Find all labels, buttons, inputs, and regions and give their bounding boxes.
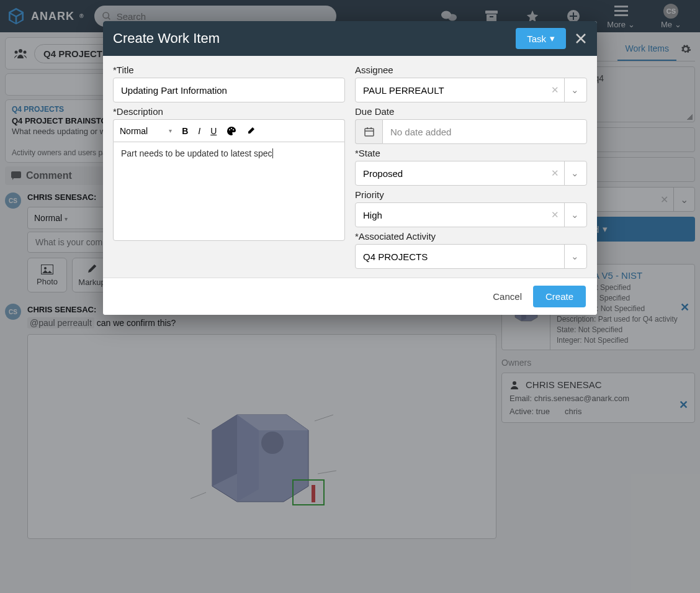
cancel-button[interactable]: Cancel [493, 291, 522, 302]
svg-point-30 [231, 128, 232, 129]
chevron-down-icon[interactable]: ⌄ [564, 203, 579, 227]
create-button[interactable]: Create [533, 286, 586, 307]
modal-overlay[interactable]: Create Work Item Task ▾ *Title *Descript… [0, 0, 700, 593]
clear-icon[interactable]: ✕ [546, 168, 564, 179]
clear-icon[interactable]: ✕ [546, 84, 564, 96]
title-label: *Title [113, 65, 345, 75]
activity-select[interactable]: Q4 PROJECTS ⌄ [355, 244, 587, 269]
description-text: Part needs to be updated to latest spec [121, 148, 272, 158]
create-work-item-modal: Create Work Item Task ▾ *Title *Descript… [103, 21, 597, 315]
state-label: *State [355, 148, 587, 158]
priority-select[interactable]: High ✕ ⌄ [355, 202, 587, 227]
highlight-icon[interactable] [246, 127, 255, 135]
underline-button[interactable]: U [210, 126, 217, 136]
svg-point-29 [229, 129, 230, 130]
due-date-input[interactable]: No date added [382, 119, 587, 144]
bold-button[interactable]: B [182, 126, 188, 136]
caret-down-icon: ▾ [550, 33, 555, 44]
description-label: *Description [113, 106, 345, 117]
calendar-icon[interactable] [355, 119, 382, 144]
chevron-down-icon[interactable]: ⌄ [564, 245, 579, 268]
priority-value: High [363, 210, 382, 220]
task-type-dropdown[interactable]: Task ▾ [516, 28, 566, 49]
activity-value: Q4 PROJECTS [363, 251, 428, 262]
assignee-label: Assignee [355, 65, 587, 75]
priority-label: Priority [355, 189, 587, 200]
close-button[interactable] [575, 32, 587, 45]
palette-icon[interactable] [227, 126, 236, 136]
title-input[interactable] [113, 78, 345, 102]
chevron-down-icon[interactable]: ⌄ [564, 78, 579, 102]
style-select[interactable]: Normal [120, 126, 172, 136]
state-value: Proposed [363, 168, 403, 179]
italic-button[interactable]: I [198, 126, 200, 136]
due-date-label: Due Date [355, 106, 587, 117]
description-toolbar[interactable]: Normal B I U [113, 119, 345, 142]
assignee-value: PAUL PERREAULT [363, 85, 444, 96]
modal-title: Create Work Item [113, 30, 220, 47]
chevron-down-icon[interactable]: ⌄ [564, 161, 579, 185]
description-input[interactable]: Part needs to be updated to latest spec​ [113, 142, 345, 241]
state-select[interactable]: Proposed ✕ ⌄ [355, 161, 587, 186]
task-label: Task [527, 34, 546, 44]
activity-label: *Associated Activity [355, 231, 587, 242]
assignee-select[interactable]: PAUL PERREAULT ✕ ⌄ [355, 78, 587, 102]
svg-point-31 [233, 129, 234, 130]
clear-icon[interactable]: ✕ [546, 209, 564, 220]
svg-rect-32 [365, 129, 374, 136]
